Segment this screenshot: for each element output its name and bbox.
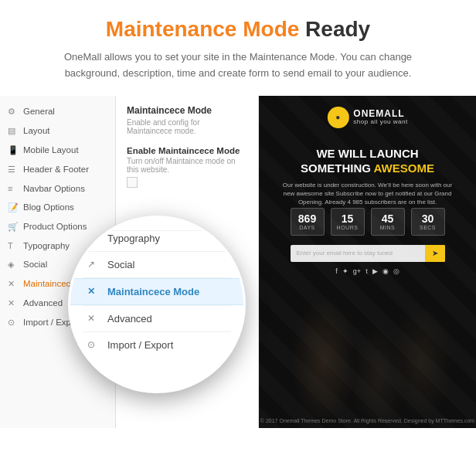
panel-subtitle: Enable and config for Maintaincece mode. bbox=[127, 118, 247, 135]
email-row[interactable]: Enter your email here to stay tuned ➤ bbox=[291, 245, 445, 262]
page-title: Maintenance Mode Ready bbox=[46, 17, 430, 42]
launch-line1: WE WILL LAUNCH bbox=[316, 147, 418, 160]
logo-subtext: shop all you want bbox=[353, 119, 407, 126]
enable-title: Enable Maintaincece Mode bbox=[127, 146, 247, 155]
product-icon: 🛒 bbox=[8, 222, 19, 232]
enable-checkbox[interactable] bbox=[127, 177, 138, 188]
hours-number: 15 bbox=[342, 212, 354, 225]
tumblr-icon[interactable]: t bbox=[366, 267, 368, 275]
social-icon: ◈ bbox=[8, 260, 19, 270]
launch-title: WE WILL LAUNCH SOMETHING AWESOME bbox=[283, 146, 453, 176]
footer-text: © 2017 Onemall Themes Demo Store. All Ri… bbox=[260, 418, 474, 423]
facebook-icon[interactable]: f bbox=[335, 267, 338, 275]
countdown-hours: 15 HOURS bbox=[331, 208, 365, 236]
right-panel: ● ONEMALL shop all you want WE WILL LAUN… bbox=[259, 96, 476, 428]
sidebar-item-blog[interactable]: 📝 Blog Options bbox=[0, 198, 115, 217]
twitter-icon[interactable]: ✦ bbox=[342, 267, 348, 275]
zoom-circle: T Typography ↗ Social ✕ Maintaincece Mod… bbox=[68, 216, 246, 393]
main-area: ⚙ General ▤ Layout 📱 Mobile Layout ☰ Hea… bbox=[0, 96, 476, 428]
sidebar-item-layout[interactable]: ▤ Layout bbox=[0, 121, 115, 141]
header-icon: ☰ bbox=[8, 165, 19, 175]
title-dark: Ready bbox=[299, 17, 370, 41]
maintenance-icon: ✕ bbox=[8, 279, 19, 289]
launch-text: WE WILL LAUNCH SOMETHING AWESOME Our web… bbox=[283, 146, 453, 207]
countdown-secs: 30 SECS bbox=[411, 208, 445, 236]
import-icon: ⊙ bbox=[8, 318, 19, 328]
enable-subtitle: Turn on/off Maintaince mode on this webs… bbox=[127, 157, 247, 174]
zoom-social-item[interactable]: ↗ Social bbox=[70, 252, 243, 277]
zoom-import-item[interactable]: ⊙ Import / Export bbox=[70, 332, 243, 358]
zoom-maintenance-item[interactable]: ✕ Maintaincece Mode bbox=[70, 278, 243, 305]
header-section: Maintenance Mode Ready OneMall allows yo… bbox=[0, 0, 476, 96]
zoom-typography-label: Typography bbox=[107, 233, 160, 244]
launch-description: Our website is under construction. We'll… bbox=[283, 181, 453, 207]
days-number: 869 bbox=[298, 212, 316, 225]
launch-awesome: AWESOME bbox=[374, 161, 434, 175]
secs-number: 30 bbox=[422, 212, 434, 225]
layout-icon: ▤ bbox=[8, 126, 19, 136]
countdown: 869 DAYS 15 HOURS 45 MINS 30 SECS bbox=[291, 208, 445, 236]
social-row: f ✦ g+ t ▶ ◉ ◎ bbox=[335, 267, 399, 275]
onemall-logo: ● ONEMALL shop all you want bbox=[327, 107, 407, 128]
enable-checkbox-row[interactable] bbox=[127, 177, 247, 188]
blog-icon: 📝 bbox=[8, 202, 19, 212]
zoom-social-icon: ↗ bbox=[87, 259, 100, 270]
countdown-mins: 45 MINS bbox=[371, 208, 405, 236]
sidebar-item-product[interactable]: 🛒 Product Options bbox=[0, 217, 115, 236]
panel-title: Maintaincece Mode bbox=[127, 105, 247, 116]
countdown-days: 869 DAYS bbox=[291, 208, 325, 236]
header-description: OneMall allows you to set your site in t… bbox=[46, 49, 430, 82]
typography-icon: T bbox=[8, 241, 19, 250]
zoom-maintenance-icon: ✕ bbox=[87, 286, 100, 297]
hours-label: HOURS bbox=[337, 225, 359, 230]
sidebar-item-mobile-layout[interactable]: 📱 Mobile Layout bbox=[0, 141, 115, 160]
sidebar-item-general[interactable]: ⚙ General bbox=[0, 102, 115, 121]
zoom-advanced-item[interactable]: ✕ Advanced bbox=[70, 306, 243, 331]
email-submit-button[interactable]: ➤ bbox=[425, 245, 445, 262]
advanced-icon: ✕ bbox=[8, 298, 19, 308]
mins-label: MINS bbox=[380, 225, 396, 230]
instagram-icon[interactable]: ◎ bbox=[393, 267, 400, 275]
zoom-advanced-icon: ✕ bbox=[87, 313, 100, 324]
zoom-advanced-label: Advanced bbox=[107, 313, 152, 325]
days-label: DAYS bbox=[299, 225, 315, 230]
sidebar-item-navbar[interactable]: ≡ Navbar Options bbox=[0, 179, 115, 198]
logo-icon: ● bbox=[327, 107, 348, 128]
pinterest-icon[interactable]: ◉ bbox=[382, 267, 389, 275]
youtube-icon[interactable]: ▶ bbox=[372, 267, 378, 275]
title-orange: Maintenance Mode bbox=[106, 17, 299, 41]
zoom-maintenance-label: Maintaincece Mode bbox=[107, 286, 199, 297]
launch-line2: SOMETHING bbox=[301, 161, 371, 175]
zoom-import-label: Import / Export bbox=[107, 339, 173, 351]
gear-icon: ⚙ bbox=[8, 107, 19, 117]
email-placeholder-text: Enter your email here to stay tuned bbox=[291, 250, 425, 257]
mins-number: 45 bbox=[382, 212, 394, 225]
mobile-icon: 📱 bbox=[8, 145, 19, 155]
zoom-import-icon: ⊙ bbox=[87, 339, 100, 350]
sidebar-item-header-footer[interactable]: ☰ Header & Footer bbox=[0, 160, 115, 179]
navbar-icon: ≡ bbox=[8, 184, 19, 193]
zoom-social-label: Social bbox=[107, 259, 134, 270]
gplus-icon[interactable]: g+ bbox=[353, 267, 361, 275]
secs-label: SECS bbox=[420, 225, 436, 230]
